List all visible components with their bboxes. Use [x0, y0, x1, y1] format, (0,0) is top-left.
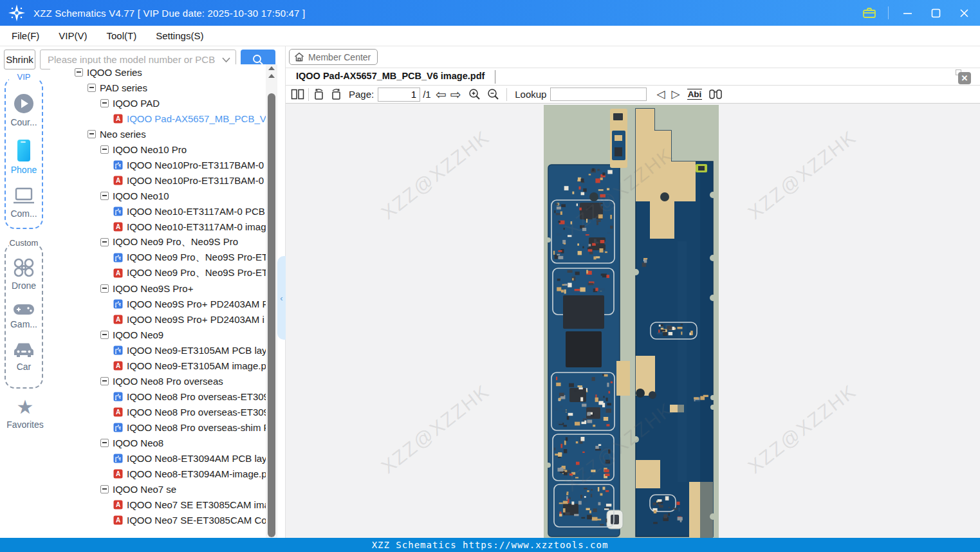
- watermark-text: XZZ@XZZHK: [744, 380, 860, 478]
- page-input[interactable]: [378, 87, 420, 102]
- tree-scrollbar-thumb[interactable]: [268, 93, 275, 537]
- tree-file[interactable]: AIQOO Neo7 SE ET3085CAM ima: [50, 497, 266, 512]
- home-icon: [294, 52, 304, 62]
- tree-folder[interactable]: IQOO Neo8: [50, 435, 266, 450]
- window-title: XZZ Schematics V4.77 [ VIP Due date: 202…: [33, 8, 305, 19]
- collapse-minus-icon[interactable]: [88, 84, 96, 92]
- tree-item-label: IQOO Neo8 Pro overseas-ET309: [127, 391, 266, 402]
- pdf-file-icon: A: [113, 500, 123, 510]
- tree-file[interactable]: AIQOO Neo10-ET3117AM-0 image: [50, 219, 266, 234]
- collapse-minus-icon[interactable]: [75, 68, 83, 77]
- menu-settings[interactable]: Settings(S): [156, 30, 203, 41]
- tree-folder[interactable]: IQOO Neo7 se: [50, 481, 266, 497]
- sidebar-collapse-handle[interactable]: ‹: [277, 256, 286, 340]
- collapse-minus-icon[interactable]: [100, 99, 109, 107]
- previous-page-button[interactable]: ⇦: [436, 88, 447, 101]
- sidebar-item-car[interactable]: Car: [6, 341, 42, 372]
- collapse-minus-icon[interactable]: [100, 284, 109, 293]
- tree-item-label: IQOO Neo10-ET3117AM-0 PCB la: [127, 206, 266, 217]
- pdf-file-icon: A: [113, 114, 123, 124]
- find-next-button[interactable]: ▷: [672, 87, 680, 101]
- tree-file[interactable]: IQOO Neo9 Pro、Neo9S Pro-ET: [50, 250, 266, 265]
- tree-file[interactable]: AIQOO Neo7 SE-ET3085CAM Cor: [50, 512, 266, 528]
- tree-file[interactable]: AIQOO Neo8-ET3094AM-image.p: [50, 466, 266, 481]
- tree-file[interactable]: AIQOO Neo8 Pro overseas-ET309: [50, 404, 266, 419]
- tree-file[interactable]: AIQOO Neo9-ET3105AM image.p: [50, 358, 266, 373]
- close-tab-button[interactable]: ✕: [956, 69, 971, 84]
- tree-folder[interactable]: Neo series: [50, 126, 266, 142]
- zoom-out-button[interactable]: [486, 86, 500, 103]
- chevron-down-icon[interactable]: [222, 57, 230, 62]
- rotate-left-button[interactable]: [313, 86, 325, 103]
- tree-item-label: IQOO Neo9 Pro、Neo9S Pro: [113, 236, 238, 248]
- tab-divider: [495, 70, 495, 84]
- tree-item-label: IQOO Neo10Pro-ET3117BAM-0: [127, 160, 264, 170]
- menu-vip[interactable]: VIP(V): [59, 30, 87, 41]
- collapse-minus-icon[interactable]: [100, 145, 109, 154]
- collapse-minus-icon[interactable]: [100, 485, 109, 493]
- tree-file[interactable]: IQOO Neo9S Pro+ PD2403AM P: [50, 296, 266, 311]
- tree-file[interactable]: IQOO Neo8 Pro overseas-ET309: [50, 389, 266, 404]
- collapse-minus-icon[interactable]: [100, 439, 109, 447]
- shrink-button[interactable]: Shrink: [4, 50, 35, 69]
- lookup-input[interactable]: [550, 87, 647, 101]
- tree-folder[interactable]: IQOO PAD: [50, 95, 266, 111]
- collapse-minus-icon[interactable]: [88, 130, 96, 138]
- pdf-canvas[interactable]: XZZ@XZZHKXZZ@XZZHKXZZ@XZZHKXZZ@XZZHKXZZ@…: [286, 104, 980, 538]
- tree-item-label: IQOO Neo8 Pro overseas-shim P: [127, 422, 266, 433]
- tree-folder[interactable]: IQOO Neo9 Pro、Neo9S Pro: [50, 234, 266, 250]
- license-briefcase-icon[interactable]: [860, 3, 879, 23]
- sidebar-item-favorites[interactable]: ★ Favorites: [0, 398, 50, 430]
- tree-folder[interactable]: IQOO Neo8 Pro overseas: [50, 373, 266, 389]
- course-play-icon: [13, 93, 35, 115]
- match-case-button[interactable]: Abi: [687, 89, 703, 100]
- member-row: Member Center: [286, 46, 980, 68]
- tree-file[interactable]: AIQOO Neo10Pro-ET3117BAM-0: [50, 172, 266, 188]
- tree-item-label: IQOO Neo10: [113, 190, 169, 201]
- tree-item-label: IQOO Neo8 Pro overseas: [113, 376, 223, 387]
- minimize-button[interactable]: [898, 3, 917, 23]
- two-page-view-button[interactable]: [291, 86, 304, 103]
- close-button[interactable]: [954, 3, 974, 23]
- rotate-right-button[interactable]: [330, 86, 342, 103]
- collapse-minus-icon[interactable]: [100, 377, 109, 385]
- car-icon: [12, 341, 35, 359]
- scroll-up-icon[interactable]: [268, 66, 275, 70]
- pdf-file-icon: A: [113, 268, 123, 278]
- tree-folder[interactable]: IQOO Neo9S Pro+: [50, 281, 266, 296]
- menu-tool[interactable]: Tool(T): [107, 30, 137, 41]
- tree-folder[interactable]: PAD series: [50, 80, 266, 95]
- collapse-minus-icon[interactable]: [100, 238, 109, 246]
- binoculars-search-button[interactable]: [708, 86, 723, 103]
- tree-file[interactable]: IQOO Neo8-ET3094AM PCB lay: [50, 450, 266, 466]
- sidebar-item-computer[interactable]: Com...: [6, 187, 42, 219]
- sidebar-item-course[interactable]: Cour...: [6, 93, 42, 127]
- find-previous-button[interactable]: ◁: [656, 87, 665, 101]
- zoom-in-button[interactable]: [468, 86, 481, 103]
- course-label: Cour...: [10, 117, 37, 127]
- member-center-button[interactable]: Member Center: [289, 49, 378, 65]
- tree-folder[interactable]: IQOO Neo10: [50, 188, 266, 203]
- tree-file[interactable]: AIQOO Pad-AX5657_MB_PCB_V6: [50, 111, 266, 126]
- tree-file[interactable]: AIQOO Neo9 Pro、Neo9S Pro-ET: [50, 265, 266, 281]
- tree-folder[interactable]: IQOO Series: [50, 64, 266, 80]
- document-tab[interactable]: IQOO Pad-AX5657_MB_PCB_V6 image.pdf: [296, 71, 485, 81]
- sidebar-item-game[interactable]: Gam...: [6, 302, 42, 329]
- pcb-layout-file-icon: [113, 345, 123, 355]
- scroll-up-icon-2[interactable]: [268, 74, 275, 78]
- tree-folder[interactable]: IQOO Neo9: [50, 327, 266, 342]
- tree-folder[interactable]: IQOO Neo10 Pro: [50, 142, 266, 157]
- maximize-button[interactable]: [926, 3, 945, 23]
- tree-file[interactable]: AIQOO Neo9S Pro+ PD2403AM i: [50, 311, 266, 327]
- menu-file[interactable]: File(F): [12, 30, 39, 41]
- collapse-minus-icon[interactable]: [100, 331, 109, 339]
- sidebar-item-phone[interactable]: Phone: [6, 139, 42, 175]
- tree-file[interactable]: IQOO Neo8 Pro overseas-shim P: [50, 419, 266, 435]
- tree-file[interactable]: IQOO Neo10Pro-ET3117BAM-0: [50, 157, 266, 172]
- sidebar-item-drone[interactable]: Drone: [6, 257, 42, 291]
- tree-item-label: IQOO Series: [87, 67, 142, 78]
- next-page-button[interactable]: ⇨: [450, 88, 461, 101]
- collapse-minus-icon[interactable]: [100, 192, 109, 200]
- tree-file[interactable]: IQOO Neo9-ET3105AM PCB lay: [50, 342, 266, 358]
- tree-file[interactable]: IQOO Neo10-ET3117AM-0 PCB la: [50, 203, 266, 219]
